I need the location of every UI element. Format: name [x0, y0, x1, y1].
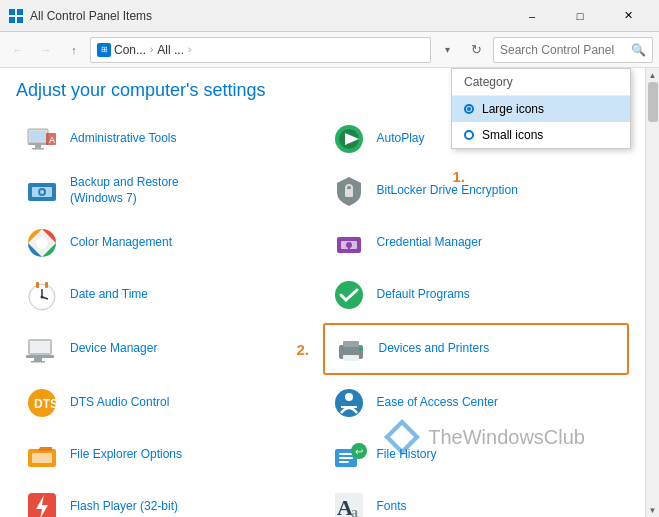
list-item[interactable]: Ease of Access Center — [323, 379, 630, 427]
scroll-up-arrow[interactable]: ▲ — [646, 68, 660, 82]
svg-rect-3 — [17, 17, 23, 23]
scroll-thumb[interactable] — [648, 82, 658, 122]
svg-text:A: A — [49, 135, 55, 145]
window-title: All Control Panel Items — [30, 9, 152, 23]
svg-rect-25 — [348, 245, 350, 249]
ease-label: Ease of Access Center — [377, 395, 498, 411]
title-bar: All Control Panel Items – □ ✕ — [0, 0, 659, 32]
svg-point-33 — [335, 281, 363, 309]
step-2-label: 2. — [297, 341, 310, 358]
file-explorer-label: File Explorer Options — [70, 447, 182, 463]
content-panel: Adjust your computer's settings View by:… — [0, 68, 645, 517]
svg-point-46 — [345, 393, 353, 401]
list-item[interactable]: Color Management — [16, 219, 323, 267]
list-item[interactable]: Device Manager — [16, 323, 323, 375]
svg-rect-32 — [45, 282, 48, 288]
dropdown-item-small-icons[interactable]: Small icons — [452, 122, 630, 148]
list-item[interactable]: DTS DTS Audio Control — [16, 379, 323, 427]
address-seg1-label: Con... — [114, 43, 146, 57]
list-item[interactable]: A a Fonts — [323, 483, 630, 517]
credential-icon — [331, 225, 367, 261]
close-button[interactable]: ✕ — [605, 0, 651, 32]
svg-rect-5 — [30, 131, 46, 141]
items-grid: A Administrative Tools AutoPlay — [16, 115, 629, 517]
autoplay-label: AutoPlay — [377, 131, 425, 147]
back-button[interactable]: ← — [6, 38, 30, 62]
color-icon — [24, 225, 60, 261]
dropdown-category-label: Category — [464, 75, 513, 89]
scrollbar[interactable]: ▲ ▼ — [645, 68, 659, 517]
dropdown-header: Category — [452, 69, 630, 96]
svg-rect-38 — [31, 361, 45, 363]
list-item[interactable]: 2. Devices and Printers — [323, 323, 630, 375]
address-path[interactable]: ⊞ Con... › All ... › — [90, 37, 431, 63]
refresh-button[interactable]: ↻ — [463, 37, 489, 63]
dropdown-small-icons-label: Small icons — [482, 128, 543, 142]
svg-text:DTS: DTS — [34, 397, 58, 411]
backup-label: Backup and Restore(Windows 7) — [70, 175, 179, 206]
list-item[interactable]: Date and Time — [16, 271, 323, 319]
list-item[interactable]: BitLocker Drive Encryption — [323, 167, 630, 215]
scroll-track[interactable] — [646, 82, 659, 503]
forward-button[interactable]: → — [34, 38, 58, 62]
svg-text:a: a — [351, 505, 358, 517]
fonts-icon: A a — [331, 489, 367, 517]
list-item[interactable]: Default Programs — [323, 271, 630, 319]
search-box[interactable]: 🔍 — [493, 37, 653, 63]
address-seg2-label: All ... — [157, 43, 184, 57]
chevron-icon-2: › — [188, 44, 191, 55]
admin-tools-icon: A — [24, 121, 60, 157]
minimize-button[interactable]: – — [509, 0, 555, 32]
file-history-label: File History — [377, 447, 437, 463]
svg-text:↩: ↩ — [355, 446, 363, 457]
list-item[interactable]: Credential Manager — [323, 219, 630, 267]
file-history-icon: ↩ — [331, 437, 367, 473]
svg-rect-36 — [26, 355, 54, 358]
devices-printers-label: Devices and Printers — [379, 341, 490, 357]
svg-rect-37 — [34, 358, 42, 361]
dts-audio-icon: DTS — [24, 385, 60, 421]
svg-rect-35 — [30, 341, 50, 353]
svg-rect-0 — [9, 9, 15, 15]
file-explorer-icon — [24, 437, 60, 473]
dropdown-item-large-icons[interactable]: Large icons — [452, 96, 630, 122]
dropdown-large-icons-label: Large icons — [482, 102, 544, 116]
svg-point-21 — [36, 237, 48, 249]
maximize-button[interactable]: □ — [557, 0, 603, 32]
page-title: Adjust your computer's settings — [16, 80, 266, 101]
credential-label: Credential Manager — [377, 235, 482, 251]
flash-label: Flash Player (32-bit) — [70, 499, 178, 515]
ease-icon — [331, 385, 367, 421]
search-input[interactable] — [500, 43, 631, 57]
list-item[interactable]: ↩ File History — [323, 431, 630, 479]
svg-rect-49 — [32, 453, 52, 463]
dts-audio-label: DTS Audio Control — [70, 395, 169, 411]
address-bar: ← → ↑ ⊞ Con... › All ... › ▾ ↻ 🔍 — [0, 32, 659, 68]
chevron-icon-1: › — [150, 44, 153, 55]
svg-rect-53 — [339, 461, 349, 463]
radio-small-icons — [464, 130, 474, 140]
control-panel-icon: ⊞ — [97, 43, 111, 57]
up-button[interactable]: ↑ — [62, 38, 86, 62]
bitlocker-icon — [331, 173, 367, 209]
step-1-label: 1. — [452, 168, 465, 185]
svg-rect-6 — [28, 143, 48, 145]
search-icon: 🔍 — [631, 43, 646, 57]
list-item[interactable]: Flash Player (32-bit) — [16, 483, 323, 517]
list-item[interactable]: File Explorer Options — [16, 431, 323, 479]
radio-large-icons — [464, 104, 474, 114]
scroll-down-arrow[interactable]: ▼ — [646, 503, 660, 517]
device-manager-icon — [24, 331, 60, 367]
window-icon — [8, 8, 24, 24]
svg-rect-51 — [339, 453, 353, 455]
svg-rect-52 — [339, 457, 353, 459]
flash-player-icon — [24, 489, 60, 517]
address-dropdown-button[interactable]: ▾ — [435, 37, 459, 63]
svg-rect-40 — [343, 341, 359, 347]
svg-point-42 — [359, 347, 363, 351]
default-programs-label: Default Programs — [377, 287, 470, 303]
list-item[interactable]: A Administrative Tools — [16, 115, 323, 163]
svg-point-30 — [41, 296, 44, 299]
list-item[interactable]: Backup and Restore(Windows 7) — [16, 167, 323, 215]
bitlocker-label: BitLocker Drive Encryption — [377, 183, 518, 199]
